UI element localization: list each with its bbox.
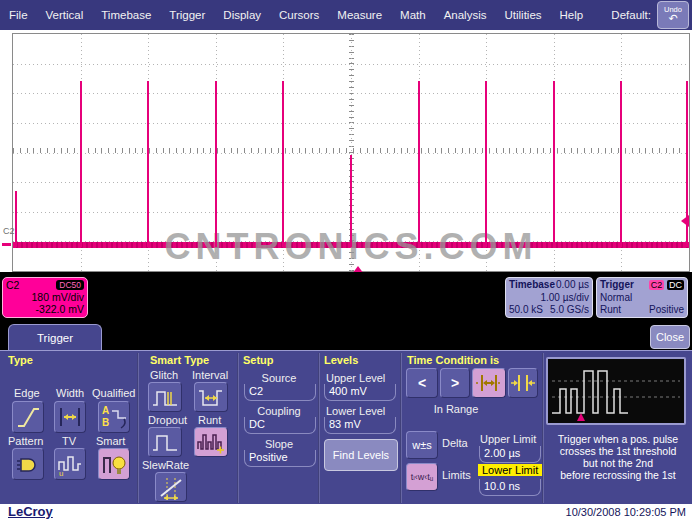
menu-measure[interactable]: Measure <box>328 9 391 21</box>
smart-label: Smart <box>96 435 125 447</box>
runt-button[interactable] <box>194 427 228 457</box>
signal-spike <box>215 81 217 247</box>
default-label: Default: <box>611 9 657 21</box>
runt-waveform-icon <box>548 359 684 423</box>
edge-trigger-button[interactable] <box>12 401 44 433</box>
menu-file[interactable]: File <box>0 9 37 21</box>
menu-vertical[interactable]: Vertical <box>37 9 93 21</box>
tv-trigger-button[interactable]: u <box>54 448 86 480</box>
menu-help[interactable]: Help <box>551 9 593 21</box>
menu-analysis[interactable]: Analysis <box>435 9 496 21</box>
trigger-slope: Positive <box>649 304 684 317</box>
volts-per-div: 180 mV/div <box>6 291 84 303</box>
trigger-title: Trigger <box>600 279 634 292</box>
smart-bulb-icon <box>100 450 128 478</box>
interval-button[interactable] <box>194 382 228 412</box>
glitch-icon <box>150 384 180 410</box>
greater-than-button[interactable]: > <box>440 368 470 398</box>
trigger-mode: Normal <box>600 292 632 305</box>
delta-button-label: w±s <box>412 439 431 451</box>
trigger-type: Runt <box>600 304 621 317</box>
menu-display[interactable]: Display <box>214 9 270 21</box>
oscilloscope-screen: File Vertical Timebase Trigger Display C… <box>0 0 692 519</box>
limits-button[interactable]: tₗ‹w‹tᵤ <box>406 463 438 491</box>
out-of-range-icon <box>510 370 536 396</box>
slope-label: Slope <box>242 438 316 450</box>
interval-label: Interval <box>192 369 228 381</box>
time-condition-section-title: Time Condition is <box>407 354 499 366</box>
in-range-button[interactable] <box>472 368 506 398</box>
menu-cursors[interactable]: Cursors <box>270 9 328 21</box>
tab-trigger[interactable]: Trigger <box>8 324 102 351</box>
tv-icon: u <box>56 450 84 478</box>
svg-text:A: A <box>102 405 109 416</box>
runt-label: Runt <box>198 414 221 426</box>
waveform-area: CNTRONICS.COM C2 <box>0 30 692 272</box>
smart-trigger-button[interactable] <box>98 448 130 480</box>
qualified-trigger-button[interactable]: A B <box>98 401 130 433</box>
limits-button-label: tₗ‹w‹tᵤ <box>411 472 433 482</box>
width-trigger-button[interactable] <box>54 401 86 433</box>
delta-button[interactable]: w±s <box>406 431 438 459</box>
signal-spike <box>282 81 284 247</box>
width-label: Width <box>56 387 84 399</box>
dropout-button[interactable] <box>148 427 182 457</box>
coupling-label: Coupling <box>242 405 316 417</box>
channel-descriptor-box[interactable]: C2 DC50 180 mV/div -322.0 mV <box>2 277 88 318</box>
edge-label: Edge <box>14 387 40 399</box>
trigger-description-line2: crosses the 1st threshold <box>544 445 692 457</box>
runt-diagram <box>546 357 686 425</box>
channel-axis-label: C2 <box>3 226 15 236</box>
svg-text:B: B <box>102 417 109 428</box>
pattern-trigger-button[interactable] <box>12 448 44 480</box>
descriptor-strip: C2 DC50 180 mV/div -322.0 mV Timebase 0.… <box>0 272 692 322</box>
lower-limit-label: Lower Limit <box>478 464 542 476</box>
menu-utilities[interactable]: Utilities <box>495 9 550 21</box>
undo-arrow-icon: ↶ <box>668 13 677 24</box>
out-of-range-button[interactable] <box>508 368 538 398</box>
less-than-button[interactable]: < <box>406 368 438 398</box>
signal-spike <box>147 81 149 247</box>
upper-level-label: Upper Level <box>326 372 385 384</box>
sample-count: 50.0 kS <box>509 304 543 317</box>
menu-timebase[interactable]: Timebase <box>92 9 160 21</box>
timebase-descriptor-box[interactable]: Timebase 0.00 µs 1.00 µs/div 50.0 kS 5.0… <box>505 277 593 318</box>
coupling-field[interactable]: DC <box>244 417 316 434</box>
glitch-label: Glitch <box>150 369 178 381</box>
menu-trigger[interactable]: Trigger <box>160 9 214 21</box>
slewrate-icon <box>157 474 185 500</box>
lower-level-label: Lower Level <box>326 405 385 417</box>
signal-spike <box>15 191 17 247</box>
pattern-label: Pattern <box>8 435 43 447</box>
close-button[interactable]: Close <box>650 325 690 349</box>
glitch-button[interactable] <box>148 382 182 412</box>
lecroy-logo: LeCroy <box>8 504 53 519</box>
slewrate-button[interactable] <box>155 472 187 502</box>
find-levels-button[interactable]: Find Levels <box>324 439 398 471</box>
trigger-source-badge: C2 <box>649 280 665 290</box>
coupling-badge: DC50 <box>56 280 84 290</box>
less-than-icon: < <box>418 375 426 391</box>
lower-limit-field[interactable]: 10.0 ns <box>479 479 541 496</box>
signal-spike <box>553 81 555 247</box>
channel-offset: -322.0 mV <box>6 303 84 315</box>
signal-spike <box>620 81 622 247</box>
svg-text:u: u <box>59 469 63 478</box>
menu-math[interactable]: Math <box>391 9 435 21</box>
upper-level-field[interactable]: 400 mV <box>324 384 396 401</box>
upper-limit-field[interactable]: 2.00 µs <box>479 446 541 463</box>
lower-level-field[interactable]: 83 mV <box>324 417 396 434</box>
source-field[interactable]: C2 <box>244 384 316 401</box>
interval-icon <box>196 384 226 410</box>
timebase-title: Timebase <box>509 279 555 292</box>
signal-spike <box>80 81 82 247</box>
signal-spike <box>686 81 688 247</box>
trigger-description-line4: before recrossing the 1st <box>544 469 692 481</box>
trigger-descriptor-box[interactable]: Trigger C2 DC Normal Runt Positive <box>596 277 688 318</box>
greater-than-icon: > <box>451 375 459 391</box>
qualified-icon: A B <box>100 403 128 431</box>
timebase-offset: 0.00 µs <box>556 279 589 292</box>
status-bar: LeCroy 10/30/2008 10:29:05 PM <box>0 504 692 519</box>
undo-button[interactable]: Undo ↶ <box>657 1 689 29</box>
slope-field[interactable]: Positive <box>244 450 316 467</box>
